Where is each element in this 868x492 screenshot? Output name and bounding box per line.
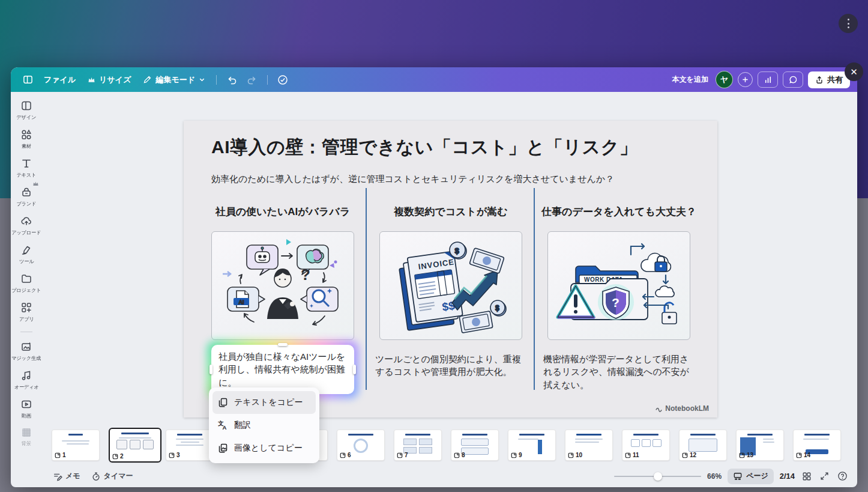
thumbnail-page-1[interactable]: 1: [52, 430, 100, 461]
plus-icon: [742, 76, 749, 83]
slide-subtitle[interactable]: 効率化のために導入したはずが、逆に管理コストとセキュリティリスクを増大させていま…: [211, 174, 614, 185]
thumbnail-page-14[interactable]: 14: [793, 430, 841, 461]
sidebar-item-tools[interactable]: ツール: [11, 244, 42, 266]
sidebar-item-label: デザイン: [17, 114, 37, 121]
thumbnail-page-11[interactable]: 11: [622, 430, 670, 461]
thumbnail-page-3[interactable]: 3: [166, 430, 214, 461]
thumbnail-page-6[interactable]: 6: [337, 430, 385, 461]
column-description[interactable]: ツールごとの個別契約により、重複するコストや管理費用が肥大化。: [375, 353, 526, 378]
elements-icon: [20, 129, 32, 141]
invoice-cost-illustration[interactable]: INVOICE $$: [379, 231, 522, 340]
brand-label: NotebookLM: [665, 404, 709, 413]
page-number: 2: [120, 453, 124, 460]
context-menu-copy-as-image[interactable]: 画像としてコピー: [212, 437, 316, 460]
redo-button[interactable]: [243, 71, 261, 89]
help-button[interactable]: [836, 470, 849, 482]
thumbnail-page-8[interactable]: 8: [451, 430, 499, 461]
comments-button[interactable]: [783, 71, 803, 88]
column-description[interactable]: 機密情報が学習データとして利用されるリスクや、情報漏洩への不安が拭えない。: [543, 353, 695, 391]
share-button[interactable]: 共有: [808, 71, 850, 88]
add-member-button[interactable]: [738, 72, 753, 87]
more-options-button[interactable]: [839, 14, 858, 33]
sidebar-item-label: アップロード: [12, 229, 41, 237]
slide-page-2[interactable]: AI導入の壁：管理できない「コスト」と「リスク」 効率化のために導入したはずが、…: [184, 121, 717, 418]
page-number: 7: [405, 452, 408, 458]
add-body-text-button[interactable]: 本文を追加: [670, 72, 711, 87]
sidebar-item-video[interactable]: 動画: [11, 398, 42, 420]
page-icon: [169, 452, 175, 458]
fullscreen-button[interactable]: [819, 470, 830, 482]
slide-title[interactable]: AI導入の壁：管理できない「コスト」と「リスク」: [211, 135, 637, 160]
zoom-slider[interactable]: [614, 472, 701, 481]
top-toolbar: ファイル リサイズ 編集モード: [11, 67, 857, 92]
file-menu-label: ファイル: [44, 74, 76, 85]
thumbnail-page-2-selected[interactable]: 2: [109, 428, 161, 463]
tools-pen-icon: [20, 244, 32, 256]
thumbnail-page-7[interactable]: 7: [394, 430, 442, 461]
column-heading[interactable]: 社員の使いたいAIがバラバラ: [199, 205, 367, 219]
selection-handle-left[interactable]: [209, 365, 212, 374]
sidebar-item-text[interactable]: テキスト: [11, 157, 42, 179]
column-cost-increase: 複数契約でコストが嵩む INVOICE: [367, 205, 535, 378]
thumbnail-page-12[interactable]: 12: [679, 430, 727, 461]
avatar[interactable]: ヤ: [716, 71, 733, 88]
page-icon: [625, 452, 631, 458]
page-view-button[interactable]: ページ: [728, 469, 774, 484]
context-menu-copy-text[interactable]: テキストをコピー: [212, 391, 316, 414]
sidebar-item-projects[interactable]: プロジェクト: [11, 273, 42, 294]
close-button[interactable]: ✕: [845, 62, 863, 81]
edit-mode-button[interactable]: 編集モード: [138, 71, 210, 89]
sidebar-toggle-button[interactable]: [19, 71, 37, 88]
svg-text:?: ?: [301, 266, 310, 284]
selection-handle-right[interactable]: [353, 365, 356, 374]
page-icon: [568, 452, 574, 458]
insights-button[interactable]: [758, 71, 778, 88]
save-status-button[interactable]: [274, 71, 292, 89]
sidebar-item-magic-generate[interactable]: マジック生成: [11, 341, 42, 362]
sidebar-item-brand[interactable]: ブランド: [11, 186, 42, 208]
sidebar-item-elements[interactable]: 素材: [11, 129, 42, 150]
data-security-illustration[interactable]: WORK DATA: [547, 231, 690, 340]
sidebar-item-design[interactable]: デザイン: [11, 100, 42, 121]
sidebar-item-apps[interactable]: アプリ: [11, 302, 42, 323]
close-icon: ✕: [850, 67, 858, 76]
grid-view-icon: [802, 472, 812, 481]
sidebar-item-label: 素材: [22, 143, 31, 150]
selected-text-box[interactable]: 社員が独自に様々なAIツールを利用し、情報共有や統制が困難に。: [211, 345, 354, 394]
zoom-slider-knob[interactable]: [654, 472, 662, 481]
bar-chart-icon: [764, 75, 773, 84]
svg-text:A: A: [223, 424, 227, 431]
page-number: 14: [804, 452, 810, 458]
svg-text:$: $: [495, 304, 499, 312]
timer-icon: [91, 472, 101, 481]
svg-text:AI: AI: [239, 299, 244, 305]
sidebar-item-label: プロジェクト: [11, 287, 41, 294]
resize-button[interactable]: リサイズ: [83, 71, 136, 89]
grid-view-button[interactable]: [801, 470, 813, 482]
sidebar-item-upload[interactable]: アップロード: [11, 215, 42, 237]
undo-button[interactable]: [223, 71, 241, 89]
page-number: 8: [462, 452, 465, 458]
column-heading[interactable]: 仕事のデータを入れても大丈夫？: [535, 205, 703, 219]
context-menu-translate[interactable]: 文A 翻訳: [212, 414, 316, 437]
thumbnail-page-9[interactable]: 9: [508, 430, 556, 461]
zoom-level[interactable]: 66%: [707, 472, 722, 481]
column-heading[interactable]: 複数契約でコストが嵩む: [367, 205, 535, 219]
music-note-icon: [20, 369, 32, 381]
design-panel-icon: [20, 100, 32, 112]
notes-button[interactable]: メモ: [53, 471, 80, 481]
ai-tools-confusion-illustration[interactable]: AI: [211, 231, 354, 340]
file-menu-button[interactable]: ファイル: [39, 71, 80, 89]
thumbnail-page-10[interactable]: 10: [565, 430, 613, 461]
upload-share-icon: [815, 76, 824, 84]
selection-handle-top[interactable]: [278, 343, 288, 346]
page-icon: [511, 452, 517, 458]
svg-text:$: $: [455, 246, 460, 255]
sidebar-item-audio[interactable]: オーディオ: [11, 369, 42, 391]
page-number: 1: [62, 452, 66, 458]
brand-mark: NotebookLM: [655, 404, 709, 413]
page-number: 9: [519, 452, 522, 458]
column-description[interactable]: 社員が独自に様々なAIツールを利用し、情報共有や統制が困難に。: [211, 345, 354, 394]
timer-button[interactable]: タイマー: [91, 471, 133, 481]
thumbnail-page-13[interactable]: 13: [736, 430, 784, 461]
